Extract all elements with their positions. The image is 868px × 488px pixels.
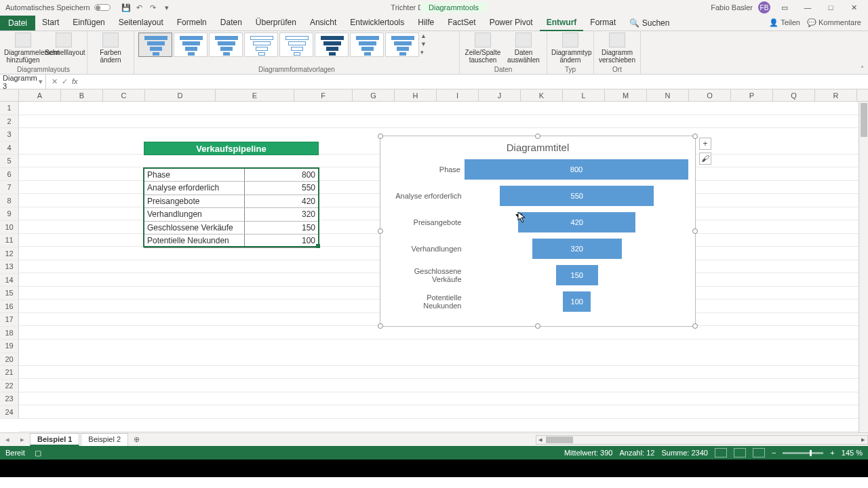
sheet-nav-prev-icon[interactable]: ◂ (0, 435, 15, 444)
table-cell-label[interactable]: Preisangebote (144, 195, 245, 207)
row-header[interactable]: 8 (0, 195, 19, 208)
table-row[interactable]: Phase800 (144, 169, 318, 182)
table-cell-value[interactable]: 320 (245, 208, 318, 220)
tab-formeln[interactable]: Formeln (170, 15, 214, 31)
row-header[interactable]: 21 (0, 366, 19, 380)
row-header[interactable]: 20 (0, 353, 19, 367)
chart-style-5[interactable] (279, 33, 313, 57)
view-normal-icon[interactable] (715, 448, 727, 458)
column-header[interactable]: J (479, 89, 521, 101)
table-title[interactable]: Verkaufspipeline (144, 142, 319, 155)
row-header[interactable]: 11 (0, 234, 19, 247)
chart-object[interactable]: Diagrammtitel Phase800Analyse erforderli… (380, 136, 696, 327)
column-header[interactable]: F (294, 89, 353, 101)
table-row[interactable]: Geschlossene Verkäufe150 (144, 222, 318, 235)
tab-factset[interactable]: FactSet (441, 15, 482, 31)
save-icon[interactable]: 💾 (121, 3, 131, 12)
column-header[interactable]: B (61, 89, 103, 101)
sheet-tab[interactable]: Beispiel 1 (30, 433, 79, 446)
row-header[interactable]: 12 (0, 247, 19, 261)
column-header[interactable]: R (815, 89, 857, 101)
row-header[interactable]: 16 (0, 300, 19, 314)
sheet-tab[interactable]: Beispiel 2 (81, 433, 128, 446)
close-icon[interactable]: ✕ (845, 3, 863, 12)
column-header[interactable]: K (521, 89, 563, 101)
tab-start[interactable]: Start (35, 15, 66, 31)
row-header[interactable]: 3 (0, 128, 19, 142)
chart-style-6[interactable] (315, 33, 349, 57)
table-cell-label[interactable]: Verhandlungen (144, 208, 245, 220)
tab-ansicht[interactable]: Ansicht (303, 15, 343, 31)
table-cell-label[interactable]: Geschlossene Verkäufe (144, 222, 245, 234)
resize-handle-tm[interactable] (535, 134, 540, 139)
user-name[interactable]: Fabio Basler (711, 3, 753, 12)
tab-power pivot[interactable]: Power Pivot (483, 15, 540, 31)
resize-handle-bm[interactable] (535, 323, 540, 329)
column-header[interactable]: Q (773, 89, 815, 101)
row-header[interactable]: 18 (0, 327, 19, 340)
horizontal-scrollbar[interactable]: ◂▸ (536, 435, 868, 445)
row-header[interactable]: 2 (0, 115, 19, 129)
macro-record-icon[interactable]: ▢ (35, 449, 41, 458)
select-all-corner[interactable] (0, 89, 19, 101)
add-chart-element-button[interactable]: Diagrammelement hinzufügen (4, 33, 42, 64)
chart-title[interactable]: Diagrammtitel (380, 136, 695, 156)
row-header[interactable]: 4 (0, 142, 19, 155)
column-header[interactable]: G (353, 89, 395, 101)
tab-entwicklertools[interactable]: Entwicklertools (343, 15, 411, 31)
tab-seitenlayout[interactable]: Seitenlayout (112, 15, 170, 31)
change-chart-type-button[interactable]: Diagrammtyp ändern (551, 33, 589, 64)
table-row[interactable]: Verhandlungen320 (144, 208, 318, 221)
resize-handle-tr[interactable] (692, 134, 698, 139)
table-cell-value[interactable]: 100 (245, 235, 318, 247)
sheet-nav-next-icon[interactable]: ▸ (15, 435, 30, 444)
table-row[interactable]: Preisangebote420 (144, 195, 318, 208)
enter-formula-icon[interactable]: ✓ (62, 77, 68, 86)
table-cell-label[interactable]: Phase (144, 169, 245, 181)
row-header[interactable]: 9 (0, 207, 19, 221)
avatar[interactable]: FB (758, 1, 770, 14)
move-chart-button[interactable]: Diagramm verschieben (598, 33, 636, 64)
table-row[interactable]: Analyse erforderlich550 (144, 182, 318, 195)
column-header[interactable]: A (19, 89, 61, 101)
resize-handle-tl[interactable] (378, 134, 383, 139)
zoom-in-icon[interactable]: + (830, 449, 834, 457)
column-header[interactable]: D (145, 89, 216, 101)
ribbon-display-icon[interactable]: ▭ (776, 3, 793, 12)
funnel-bar[interactable]: 550 (500, 186, 654, 206)
file-tab[interactable]: Datei (0, 16, 35, 30)
resize-handle-br[interactable] (692, 323, 698, 329)
cells-area[interactable]: Verkaufspipeline Phase800Analyse erforde… (19, 102, 868, 432)
row-header[interactable]: 1 (0, 102, 19, 115)
column-header[interactable]: E (216, 89, 294, 101)
share-button[interactable]: 👤 Teilen (769, 18, 800, 27)
chart-style-4[interactable] (244, 33, 278, 57)
cancel-formula-icon[interactable]: ✕ (52, 77, 58, 86)
autosave-toggle[interactable] (94, 4, 111, 11)
column-header[interactable]: C (103, 89, 145, 101)
tab-daten[interactable]: Daten (214, 15, 249, 31)
chart-style-3[interactable] (209, 33, 243, 57)
row-header[interactable]: 6 (0, 168, 19, 182)
name-box[interactable]: Diagramm 3▾ (0, 74, 46, 90)
funnel-bar[interactable]: 150 (556, 265, 598, 285)
view-page-break-icon[interactable] (753, 448, 765, 458)
row-header[interactable]: 17 (0, 313, 19, 327)
column-header[interactable]: H (395, 89, 437, 101)
chart-elements-button[interactable]: + (699, 138, 711, 150)
qat-more-icon[interactable]: ▾ (162, 3, 172, 12)
select-data-button[interactable]: Daten auswählen (505, 33, 542, 64)
table-cell-label[interactable]: Analyse erforderlich (144, 182, 245, 194)
row-header[interactable]: 5 (0, 155, 19, 168)
quick-layout-button[interactable]: Schnelllayout (45, 33, 83, 56)
chart-plot-area[interactable]: Phase800Analyse erforderlich550Preisange… (380, 156, 695, 319)
add-sheet-button[interactable]: ⊕ (130, 435, 144, 444)
search-tab[interactable]: 🔍 Suchen (623, 16, 676, 30)
chart-style-2[interactable] (174, 33, 208, 57)
row-header[interactable]: 15 (0, 287, 19, 300)
tab-entwurf[interactable]: Entwurf (540, 15, 584, 31)
zoom-out-icon[interactable]: − (772, 449, 776, 457)
chart-style-8[interactable] (385, 33, 419, 57)
row-header[interactable]: 10 (0, 221, 19, 235)
row-header[interactable]: 23 (0, 392, 19, 406)
